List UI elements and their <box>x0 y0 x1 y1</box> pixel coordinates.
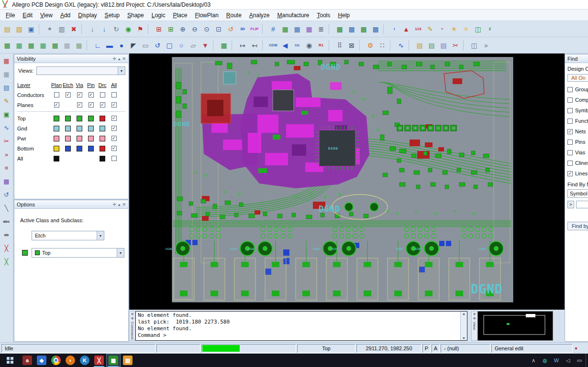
find-checkbox[interactable]: ✓ <box>567 129 573 134</box>
layer-color-swatch[interactable] <box>100 156 105 162</box>
chevrons-icon[interactable]: » <box>1 149 12 160</box>
rats-all-icon[interactable]: ↓ <box>87 23 98 35</box>
symbol-blue2-icon[interactable]: ▩ <box>370 23 381 35</box>
scroll-up-icon[interactable]: ▲ <box>462 312 466 315</box>
color-palette-icon[interactable]: ▦ <box>1 55 12 66</box>
menu-help[interactable]: Help <box>334 11 354 20</box>
subclass-color-swatch[interactable] <box>22 250 28 256</box>
module-icon[interactable]: ▦ <box>218 40 230 51</box>
array-icon[interactable]: ∷ <box>377 40 388 51</box>
abc-icon[interactable]: abc <box>1 216 12 227</box>
move-icon[interactable]: ⌖ <box>44 23 55 35</box>
cross-section-icon[interactable]: ≣ <box>315 23 327 35</box>
layer-color-swatch[interactable] <box>77 126 82 131</box>
menu-view[interactable]: View <box>36 11 56 20</box>
find-checkbox[interactable] <box>567 140 573 145</box>
menu-display[interactable]: Display <box>74 11 100 20</box>
layer-checkbox[interactable]: ✓ <box>111 126 117 131</box>
taskbar-app-2[interactable]: ◆ <box>34 354 49 367</box>
measure-icon[interactable]: ✎ <box>424 23 436 35</box>
find-by-query-button[interactable]: Find by Query <box>567 222 588 230</box>
save-file-icon[interactable]: ▣ <box>25 23 37 35</box>
status-stop-icon[interactable]: ● <box>575 345 577 351</box>
layer-table-blue-icon[interactable]: ▦ <box>291 23 303 35</box>
board-green-3-icon[interactable]: ▦ <box>25 40 37 51</box>
close-icon[interactable]: ✕ <box>122 56 126 61</box>
layer-color-swatch[interactable] <box>100 146 105 151</box>
column-header-plan[interactable]: Plan <box>51 82 62 88</box>
menu-analyze[interactable]: Analyze <box>245 11 274 20</box>
net-cross-red-icon[interactable]: ╳ <box>1 243 12 253</box>
undo-icon[interactable]: ↺ <box>1 189 12 200</box>
grid-red-icon[interactable]: ⊞ <box>153 23 165 35</box>
shine-icon[interactable]: ☀ <box>448 23 460 35</box>
column-header-pin[interactable]: Pin <box>85 82 97 88</box>
taskbar-app-capture[interactable]: ▦ <box>106 354 121 367</box>
zoom-fit-icon[interactable]: ⊙ <box>201 23 212 35</box>
menu-manufacture[interactable]: Manufacture <box>274 11 313 20</box>
tray-volume-icon[interactable]: ◁ <box>563 354 573 367</box>
find-item-vias[interactable]: Vias <box>567 147 588 158</box>
layers-gray-icon[interactable]: ▦ <box>1 69 12 79</box>
taskbar-app-firefox[interactable]: ◗ <box>63 354 78 367</box>
layer-checkbox[interactable] <box>111 92 117 97</box>
layer-color-swatch[interactable] <box>88 126 94 131</box>
stack-icon[interactable]: ◫ <box>468 40 480 51</box>
copy-icon[interactable]: ▥ <box>56 23 67 35</box>
info-icon[interactable]: i <box>388 23 400 35</box>
layer-color-swatch[interactable] <box>54 136 59 141</box>
notebook-blue-icon[interactable]: ▤ <box>438 40 449 51</box>
layer-checkbox[interactable]: ✓ <box>111 116 117 121</box>
menu-add[interactable]: Add <box>56 11 74 20</box>
net-cross-green-icon[interactable]: ╳ <box>1 256 12 267</box>
layer-table-green-icon[interactable]: ▦ <box>279 23 291 35</box>
chevron-down-icon[interactable]: ▼ <box>118 67 125 75</box>
layer-color-swatch[interactable] <box>88 136 94 141</box>
tray-network-icon[interactable]: ◍ <box>540 354 550 367</box>
taskbar-app-chrome[interactable] <box>49 354 63 367</box>
chevron-down-icon[interactable]: ▼ <box>97 231 104 240</box>
board-green-5-icon[interactable]: ▦ <box>49 40 61 51</box>
layer-checkbox[interactable]: ✓ <box>111 146 117 151</box>
add-text-icon[interactable]: ▭ <box>140 40 151 51</box>
probe-icon[interactable]: + <box>436 23 448 35</box>
layer-color-swatch[interactable] <box>77 136 82 141</box>
layer-color-swatch[interactable] <box>54 156 59 162</box>
board-green-2-icon[interactable]: ▦ <box>13 40 25 51</box>
layer-checkbox[interactable]: ✓ <box>89 92 94 97</box>
box-select-icon[interactable]: ⊠ <box>346 40 357 51</box>
layer-table-purple-icon[interactable]: ▦ <box>303 23 315 35</box>
console-output[interactable]: No element found.last pick: 1019.180 227… <box>136 312 460 340</box>
layer-color-swatch[interactable] <box>54 126 59 131</box>
scroll-down-icon[interactable]: ▼ <box>462 336 466 340</box>
waveform-icon[interactable]: ∿ <box>395 40 407 51</box>
mosaic-icon[interactable]: ▩ <box>1 176 12 186</box>
layer-checkbox[interactable]: ✓ <box>66 92 71 97</box>
find-checkbox[interactable] <box>567 87 573 92</box>
find-checkbox[interactable] <box>567 119 573 124</box>
open-file-icon[interactable]: ▧ <box>13 23 25 35</box>
world-icon[interactable]: ◉ <box>122 23 134 35</box>
chevron-down-icon[interactable]: ▼ <box>117 248 124 257</box>
flip-design-icon[interactable]: FLIP <box>249 23 260 35</box>
class-select[interactable]: Etch ▼ <box>32 231 104 240</box>
start-button[interactable] <box>0 354 20 367</box>
odb-export-icon[interactable]: ODB <box>267 40 279 51</box>
layer-color-swatch[interactable] <box>88 116 94 121</box>
board-gray-green-icon[interactable]: ▦ <box>73 40 85 51</box>
route-wave-icon[interactable]: ∿ <box>1 122 12 133</box>
add-circle-icon[interactable]: ● <box>116 40 127 51</box>
notebook-green-icon[interactable]: ▤ <box>426 40 437 51</box>
menu-tools[interactable]: Tools <box>313 11 334 20</box>
dispenser-icon[interactable]: ▼ <box>200 40 211 51</box>
edit-pencil-icon[interactable]: ✎ <box>1 96 12 106</box>
zoom-out-icon[interactable]: ⊖ <box>189 23 200 35</box>
grid-green-icon[interactable]: ⊞ <box>165 23 177 35</box>
board-green-1-icon[interactable]: ▦ <box>1 40 13 51</box>
views-select[interactable]: ▼ <box>36 66 125 75</box>
layer-color-swatch[interactable] <box>65 136 71 141</box>
world-view[interactable] <box>477 311 553 341</box>
console-scrollbar[interactable]: ▲ ▼ <box>460 312 467 340</box>
command-console[interactable]: No element found.last pick: 1019.180 227… <box>135 311 467 341</box>
zoom-previous-icon[interactable]: ↺ <box>225 23 236 35</box>
